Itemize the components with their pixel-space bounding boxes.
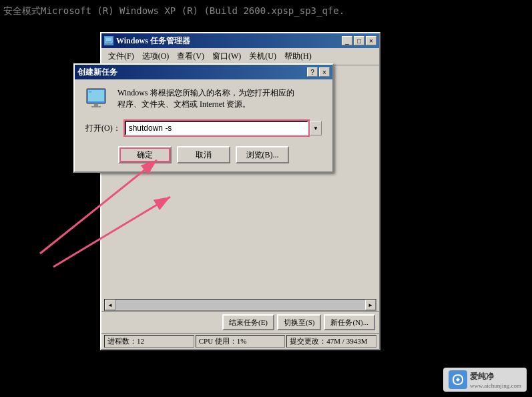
new-task-button[interactable]: 新任务(N)... [324,314,375,330]
watermark-text: 爱纯净 www.aichunjing.com [470,371,521,389]
dialog-input-label: 打开(O)： [85,123,121,134]
taskmanager-titlebar: Windows 任务管理器 _ □ × [101,33,379,48]
taskmanager-title: Windows 任务管理器 [116,35,190,47]
svg-rect-1 [106,38,111,41]
svg-rect-7 [91,106,101,107]
dialog-titlebar: 创建新任务 ? × [75,65,332,79]
menu-window[interactable]: 窗口(W) [208,49,245,63]
titlebar-left: Windows 任务管理器 [104,35,190,47]
menu-options[interactable]: 选项(O) [138,49,174,63]
dialog-desc-line1: Windows 将根据您所输入的名称，为您打开相应的 [117,87,294,99]
dialog-cancel-button[interactable]: 取消 [177,146,230,163]
scroll-right-button[interactable]: ► [365,300,376,310]
status-processes: 进程数：12 [104,335,194,348]
scroll-left-button[interactable]: ◄ [105,300,115,310]
menu-file[interactable]: 文件(F) [104,49,138,63]
horizontal-scrollbar[interactable]: ◄ ► [104,299,376,311]
watermark: 爱纯净 www.aichunjing.com [443,368,527,392]
dialog-top-row: Windows 将根据您所输入的名称，为您打开相应的 程序、文件夹、文档或 In… [85,87,322,111]
menu-shutdown[interactable]: 关机(U) [245,49,280,63]
dialog-button-row: 确定 取消 浏览(B)... [85,146,322,163]
dialog-open-input[interactable] [125,121,308,135]
close-button[interactable]: × [366,36,376,45]
create-task-dialog: 创建新任务 ? × Windows 将根据您所输入的名称，为您打开相应的 程序、… [73,63,334,173]
dialog-title: 创建新任务 [77,67,117,78]
dialog-ok-button[interactable]: 确定 [118,146,172,163]
dialog-input-row: 打开(O)： ▼ [85,121,322,135]
dialog-close-button[interactable]: × [319,67,330,77]
status-cpu: CPU 使用：1% [196,335,286,348]
background-text: 安全模式Microsoft (R) Windows XP (R) (Build … [0,5,344,17]
end-task-button[interactable]: 结束任务(E) [222,314,274,330]
taskmanager-bottom-buttons: 结束任务(E) 切换至(S) 新任务(N)... [101,311,379,333]
dialog-help-button[interactable]: ? [307,67,318,77]
dialog-description: Windows 将根据您所输入的名称，为您打开相应的 程序、文件夹、文档或 In… [117,87,294,110]
dialog-title-buttons: ? × [307,67,330,77]
watermark-logo [449,370,467,389]
minimize-button[interactable]: _ [342,36,352,45]
dialog-input-wrapper: ▼ [125,121,322,135]
svg-rect-6 [94,103,98,106]
scroll-track[interactable] [115,300,365,310]
svg-rect-8 [89,91,91,93]
status-bar: 进程数：12 CPU 使用：1% 提交更改：47M / 3943M [101,333,379,349]
menu-help[interactable]: 帮助(H) [280,49,316,63]
dialog-content: Windows 将根据您所输入的名称，为您打开相应的 程序、文件夹、文档或 In… [75,79,332,171]
dialog-browse-button[interactable]: 浏览(B)... [236,146,289,163]
computer-icon [85,87,109,111]
svg-rect-2 [107,43,110,44]
status-memory: 提交更改：47M / 3943M [286,335,376,348]
restore-button[interactable]: □ [354,36,364,45]
dialog-desc-line2: 程序、文件夹、文档或 Internet 资源。 [117,99,294,110]
menu-view[interactable]: 查看(V) [173,49,208,63]
taskmanager-icon [104,36,113,45]
taskmanager-winbtns: _ □ × [342,36,376,45]
switch-to-button[interactable]: 切换至(S) [277,314,321,330]
dialog-dropdown-button[interactable]: ▼ [310,121,322,135]
svg-rect-3 [106,44,111,45]
